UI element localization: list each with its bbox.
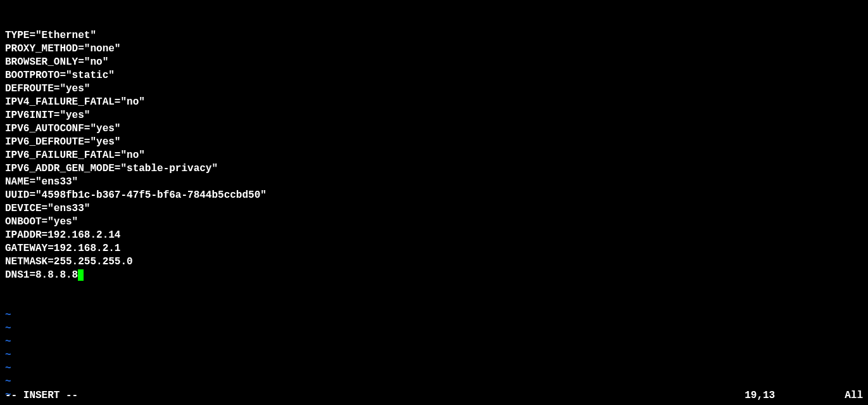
- file-line[interactable]: IPV6_ADDR_GEN_MODE="stable-privacy": [5, 162, 863, 176]
- file-line[interactable]: IPV6_DEFROUTE="yes": [5, 136, 863, 149]
- file-line[interactable]: NETMASK=255.255.255.0: [5, 255, 863, 269]
- empty-line-tilde: ~: [5, 349, 863, 362]
- file-line[interactable]: BOOTPROTO="static": [5, 69, 863, 82]
- cursor-position: 19,13: [745, 389, 775, 402]
- empty-line-tilde: ~: [5, 309, 863, 322]
- file-line[interactable]: UUID="4598fb1c-b367-47f5-bf6a-7844b5ccbd…: [5, 189, 863, 202]
- file-line[interactable]: TYPE="Ethernet": [5, 29, 863, 42]
- file-line[interactable]: PROXY_METHOD="none": [5, 42, 863, 56]
- file-line[interactable]: ONBOOT="yes": [5, 215, 863, 229]
- file-line[interactable]: IPV6_FAILURE_FATAL="no": [5, 149, 863, 162]
- file-line[interactable]: BROWSER_ONLY="no": [5, 56, 863, 69]
- empty-line-tilde: ~: [5, 375, 863, 389]
- empty-line-tilde: ~: [5, 322, 863, 335]
- cursor: [78, 269, 84, 281]
- file-line[interactable]: IPV6INIT="yes": [5, 109, 863, 122]
- status-bar: -- INSERT -- 19,13 All: [0, 389, 868, 402]
- empty-line-tilde: ~: [5, 335, 863, 349]
- empty-line-tilde: ~: [5, 362, 863, 375]
- editor-content[interactable]: TYPE="Ethernet"PROXY_METHOD="none"BROWSE…: [0, 0, 868, 405]
- file-line[interactable]: IPV6_AUTOCONF="yes": [5, 122, 863, 136]
- file-line[interactable]: IPADDR=192.168.2.14: [5, 229, 863, 242]
- file-line[interactable]: DEFROUTE="yes": [5, 82, 863, 96]
- editor-mode: -- INSERT --: [5, 389, 78, 402]
- file-line[interactable]: DEVICE="ens33": [5, 202, 863, 215]
- view-indicator: All: [845, 389, 863, 402]
- file-line[interactable]: GATEWAY=192.168.2.1: [5, 242, 863, 255]
- file-line[interactable]: NAME="ens33": [5, 176, 863, 189]
- file-line[interactable]: DNS1=8.8.8.8: [5, 269, 863, 282]
- file-line[interactable]: IPV4_FAILURE_FATAL="no": [5, 96, 863, 109]
